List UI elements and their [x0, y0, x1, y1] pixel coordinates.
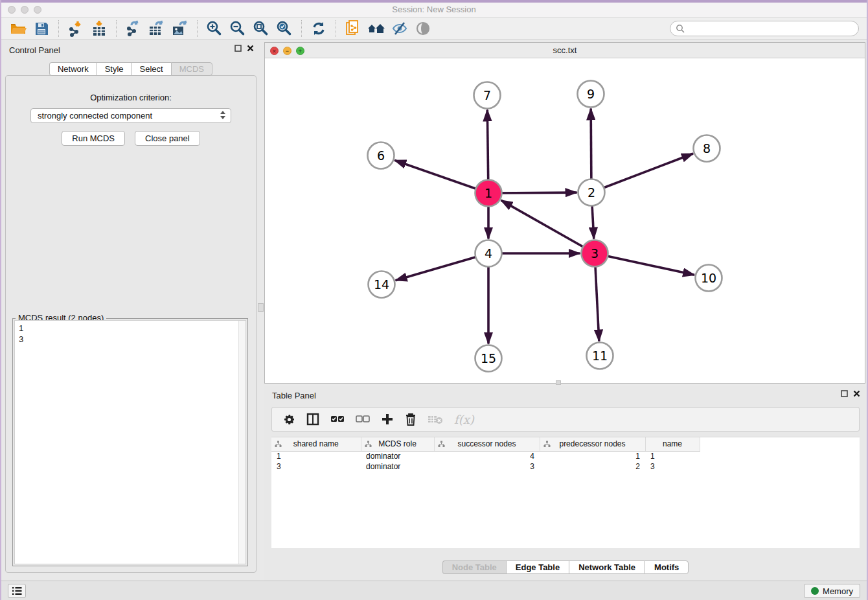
- trash-icon: [405, 413, 417, 426]
- close-panel-button[interactable]: Close panel: [135, 131, 200, 146]
- tab-network-table[interactable]: Network Table: [569, 560, 645, 574]
- import-table-button[interactable]: [87, 19, 111, 38]
- graph-node-7[interactable]: 7: [474, 82, 501, 109]
- graph-edge-2-8[interactable]: [591, 154, 693, 192]
- maximize-network-icon[interactable]: +: [296, 47, 304, 55]
- graph-edge-4-14[interactable]: [396, 253, 488, 281]
- function-builder-button[interactable]: f(x): [454, 413, 474, 426]
- tab-node-table[interactable]: Node Table: [442, 560, 506, 574]
- new-network-from-selection-button[interactable]: [341, 19, 365, 38]
- graph-node-6[interactable]: 6: [368, 143, 394, 169]
- graph-node-10[interactable]: 10: [696, 265, 722, 292]
- graph-node-3[interactable]: 3: [582, 240, 608, 267]
- mcds-tab-content: Optimization criterion: strongly connect…: [5, 75, 257, 573]
- minimize-window-icon[interactable]: [21, 6, 29, 14]
- export-network-button[interactable]: [122, 19, 145, 38]
- toolbar-separator: [58, 20, 59, 37]
- table-row[interactable]: 1dominator411: [271, 451, 700, 461]
- graph-node-1[interactable]: 1: [475, 180, 502, 207]
- show-graphics-details-button[interactable]: [411, 19, 435, 38]
- vertical-splitter-handle[interactable]: [258, 303, 264, 312]
- search-input[interactable]: [670, 21, 859, 36]
- float-panel-icon[interactable]: [234, 45, 242, 52]
- tab-edge-table[interactable]: Edge Table: [506, 560, 569, 574]
- save-icon: [34, 21, 49, 36]
- result-scrollbar[interactable]: [238, 321, 246, 564]
- close-window-icon[interactable]: [8, 6, 16, 14]
- zoom-out-button[interactable]: [226, 19, 249, 38]
- table-panel: Table Panel: [264, 386, 867, 581]
- hide-eye-icon: [391, 21, 409, 36]
- delete-table-button[interactable]: [428, 414, 443, 424]
- network-overview-button[interactable]: [365, 19, 388, 38]
- column-header-MCDS-role[interactable]: MCDS role: [361, 437, 434, 451]
- optimization-criterion-select[interactable]: strongly connected component: [30, 108, 231, 123]
- select-all-button[interactable]: [330, 415, 345, 424]
- zoom-fit-button[interactable]: [249, 19, 273, 38]
- tab-style[interactable]: Style: [97, 62, 131, 76]
- graph-node-4[interactable]: 4: [475, 240, 502, 267]
- table-toolbar: f(x): [271, 407, 860, 432]
- add-column-button[interactable]: [381, 413, 394, 426]
- graph-node-2[interactable]: 2: [578, 179, 605, 206]
- column-header-successor-nodes[interactable]: successor nodes: [434, 437, 540, 451]
- network-canvas[interactable]: 7968124314101511: [265, 58, 865, 383]
- column-header-shared-name[interactable]: shared name: [271, 437, 361, 451]
- graph-node-11[interactable]: 11: [587, 343, 613, 369]
- graph-node-label: 10: [701, 271, 716, 285]
- export-table-button[interactable]: [145, 19, 168, 38]
- graph-node-9[interactable]: 9: [578, 81, 604, 108]
- network-window-titlebar[interactable]: × − + scc.txt: [265, 43, 865, 58]
- graph-node-8[interactable]: 8: [694, 135, 720, 162]
- zoom-in-button[interactable]: [203, 19, 226, 38]
- graph-node-14[interactable]: 14: [369, 271, 395, 298]
- close-network-icon[interactable]: ×: [270, 47, 279, 55]
- window-controls[interactable]: [8, 6, 41, 14]
- maximize-window-icon[interactable]: [34, 6, 41, 14]
- table-cell: 3: [271, 461, 361, 472]
- refresh-layout-button[interactable]: [307, 19, 330, 38]
- delete-column-button[interactable]: [405, 413, 417, 426]
- export-image-button[interactable]: [168, 19, 192, 38]
- table-cell: 1: [645, 451, 700, 461]
- task-history-button[interactable]: [8, 584, 26, 598]
- mcds-result-list[interactable]: 13: [14, 320, 246, 564]
- panel-layout-button[interactable]: [306, 413, 319, 426]
- control-panel: Control Panel NetworkStyleSelectMCDS Opt…: [1, 40, 260, 581]
- zoom-selected-button[interactable]: [273, 19, 296, 38]
- zoom-fit-icon: [253, 20, 269, 37]
- open-session-button[interactable]: [6, 19, 30, 38]
- tab-network[interactable]: Network: [49, 62, 97, 76]
- float-panel-icon[interactable]: [841, 390, 848, 397]
- minimize-network-icon[interactable]: −: [283, 47, 291, 55]
- horizontal-splitter-handle[interactable]: [556, 380, 561, 385]
- tab-motifs[interactable]: Motifs: [645, 560, 689, 574]
- table-panel-title: Table Panel: [272, 391, 316, 400]
- network-window-title: scc.txt: [265, 43, 865, 58]
- table-row[interactable]: 3dominator323: [271, 461, 700, 472]
- run-mcds-button[interactable]: Run MCDS: [62, 131, 125, 146]
- plus-icon: [381, 413, 394, 426]
- save-session-button[interactable]: [30, 19, 53, 38]
- search-field[interactable]: [685, 22, 858, 35]
- graph-edge-3-1[interactable]: [501, 200, 595, 253]
- tab-select[interactable]: Select: [131, 62, 171, 76]
- column-header-predecessor-nodes[interactable]: predecessor nodes: [540, 437, 645, 451]
- graph-edge-1-6[interactable]: [394, 160, 488, 193]
- column-header-name[interactable]: name: [645, 437, 700, 451]
- memory-label: Memory: [823, 586, 853, 596]
- import-network-button[interactable]: [64, 19, 87, 38]
- graph-node-15[interactable]: 15: [475, 345, 502, 372]
- graph-edge-3-10[interactable]: [595, 253, 694, 275]
- hide-selected-button[interactable]: [388, 19, 411, 38]
- columns-icon: [306, 413, 319, 426]
- close-panel-icon[interactable]: [247, 45, 254, 52]
- table-cell: 4: [434, 451, 540, 461]
- graph-node-label: 6: [377, 148, 385, 163]
- eye-icon: [414, 21, 432, 36]
- tab-mcds[interactable]: MCDS: [171, 62, 212, 76]
- table-settings-button[interactable]: [282, 413, 295, 426]
- close-panel-icon[interactable]: [853, 390, 860, 397]
- deselect-all-button[interactable]: [356, 415, 370, 424]
- memory-button[interactable]: Memory: [804, 584, 860, 598]
